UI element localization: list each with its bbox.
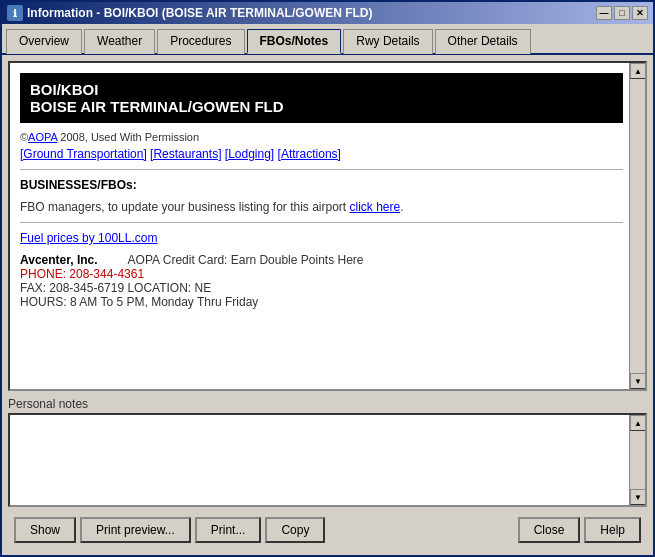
content-panel: BOI/KBOI BOISE AIR TERMINAL/GOWEN FLD ©A… — [8, 61, 647, 391]
title-bar: ℹ Information - BOI/KBOI (BOISE AIR TERM… — [2, 2, 653, 24]
fbo-hours: HOURS: 8 AM To 5 PM, Monday Thru Friday — [20, 295, 623, 309]
copy-button[interactable]: Copy — [265, 517, 325, 543]
businesses-header: BUSINESSES/FBOs: — [20, 178, 623, 192]
fbo-intro-suffix: . — [400, 200, 403, 214]
links-row: [Ground Transportation] [Restaurants] [L… — [20, 147, 623, 161]
scroll-down-button[interactable]: ▼ — [630, 373, 646, 389]
fbo-name-row: Avcenter, Inc. AOPA Credit Card: Earn Do… — [20, 253, 623, 267]
click-here-link[interactable]: click here — [350, 200, 401, 214]
divider-2 — [20, 222, 623, 223]
notes-panel: Personal notes ▲ ▼ — [8, 397, 647, 507]
airport-code: BOI/KBOI — [30, 81, 613, 98]
maximize-button[interactable]: □ — [614, 6, 630, 20]
window-title: Information - BOI/KBOI (BOISE AIR TERMIN… — [27, 6, 373, 20]
tab-procedures[interactable]: Procedures — [157, 29, 244, 54]
print-button[interactable]: Print... — [195, 517, 262, 543]
fbo-phone: PHONE: 208-344-4361 — [20, 267, 623, 281]
airport-name: BOISE AIR TERMINAL/GOWEN FLD — [30, 98, 613, 115]
tab-bar: Overview Weather Procedures FBOs/Notes R… — [2, 24, 653, 55]
fbo-credit: AOPA Credit Card: Earn Double Points Her… — [128, 253, 364, 267]
content-scrollbar: ▲ ▼ — [629, 63, 645, 389]
window-icon: ℹ — [7, 5, 23, 21]
bottom-left-buttons: Show Print preview... Print... Copy — [14, 517, 325, 543]
notes-textarea[interactable] — [10, 415, 629, 505]
notes-label: Personal notes — [8, 397, 647, 411]
airport-header: BOI/KBOI BOISE AIR TERMINAL/GOWEN FLD — [20, 73, 623, 123]
lodging-link[interactable]: [Lodging] — [225, 147, 274, 161]
main-content: BOI/KBOI BOISE AIR TERMINAL/GOWEN FLD ©A… — [2, 55, 653, 555]
close-button[interactable]: Close — [518, 517, 581, 543]
tab-weather[interactable]: Weather — [84, 29, 155, 54]
fbo-name: Avcenter, Inc. — [20, 253, 98, 267]
fbo-entry: Avcenter, Inc. AOPA Credit Card: Earn Do… — [20, 253, 623, 309]
tab-fbos-notes[interactable]: FBOs/Notes — [247, 29, 342, 54]
show-button[interactable]: Show — [14, 517, 76, 543]
main-window: ℹ Information - BOI/KBOI (BOISE AIR TERM… — [0, 0, 655, 557]
content-scroll[interactable]: BOI/KBOI BOISE AIR TERMINAL/GOWEN FLD ©A… — [10, 63, 629, 389]
attractions-link[interactable]: [Attractions] — [278, 147, 341, 161]
aopa-link[interactable]: AOPA — [28, 131, 57, 143]
ground-transport-link[interactable]: [Ground Transportation] — [20, 147, 147, 161]
copyright-line: ©AOPA 2008, Used With Permission — [20, 131, 623, 143]
help-button[interactable]: Help — [584, 517, 641, 543]
notes-scrollbar-thumb[interactable] — [630, 431, 645, 489]
notes-scroll-down[interactable]: ▼ — [630, 489, 646, 505]
notes-scroll-up[interactable]: ▲ — [630, 415, 646, 431]
fbo-intro-prefix: FBO managers, to update your business li… — [20, 200, 350, 214]
tab-rwy-details[interactable]: Rwy Details — [343, 29, 432, 54]
bottom-bar: Show Print preview... Print... Copy Clos… — [8, 513, 647, 549]
copyright-suffix: 2008, Used With Permission — [57, 131, 199, 143]
minimize-button[interactable]: — — [596, 6, 612, 20]
notes-scrollbar: ▲ ▼ — [629, 415, 645, 505]
print-preview-button[interactable]: Print preview... — [80, 517, 191, 543]
restaurants-link[interactable]: [Restaurants] — [150, 147, 221, 161]
fuel-prices-link[interactable]: Fuel prices by 100LL.com — [20, 231, 623, 245]
notes-area-wrapper: ▲ ▼ — [8, 413, 647, 507]
fbo-intro-text: FBO managers, to update your business li… — [20, 200, 623, 214]
divider-1 — [20, 169, 623, 170]
copyright-prefix: © — [20, 131, 28, 143]
fbo-fax: FAX: 208-345-6719 LOCATION: NE — [20, 281, 623, 295]
title-bar-buttons: — □ ✕ — [596, 6, 648, 20]
tab-overview[interactable]: Overview — [6, 29, 82, 54]
tab-other-details[interactable]: Other Details — [435, 29, 531, 54]
window-close-button[interactable]: ✕ — [632, 6, 648, 20]
scrollbar-thumb[interactable] — [630, 79, 645, 373]
scroll-up-button[interactable]: ▲ — [630, 63, 646, 79]
bottom-right-buttons: Close Help — [518, 517, 641, 543]
